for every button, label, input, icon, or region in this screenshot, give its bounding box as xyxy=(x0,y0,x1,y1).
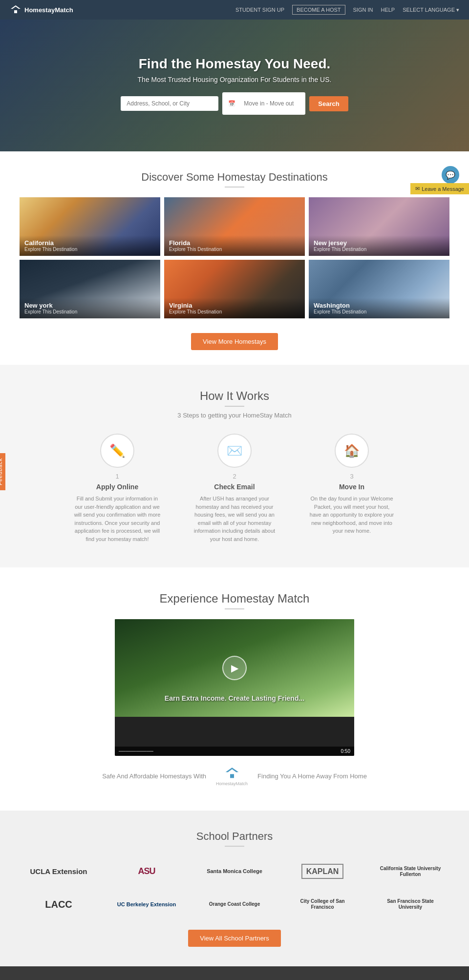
step-2-title: Check Email xyxy=(191,483,278,491)
partner-city-college-text: City College of San Francisco xyxy=(288,898,357,910)
step-3-title: Move In xyxy=(308,483,396,491)
partner-sfsu-text: San Francisco State University xyxy=(376,898,445,910)
how-it-works-title: How It Works xyxy=(20,389,449,403)
date-range-input[interactable] xyxy=(238,96,299,111)
hero-title: Find the Homestay You Need. xyxy=(139,56,331,72)
svg-rect-0 xyxy=(14,10,17,13)
school-partners-title: School Partners xyxy=(20,830,449,843)
partner-sfsu: San Francisco State University xyxy=(371,894,449,915)
partner-lacc-text: LACC xyxy=(45,898,72,910)
destination-name-virginia: Virginia xyxy=(169,302,300,309)
hero-subtitle: The Most Trusted Housing Organization Fo… xyxy=(138,76,332,83)
partner-kaplan: KAPLAN xyxy=(283,859,362,884)
partner-kaplan-text: KAPLAN xyxy=(301,864,344,879)
destination-name-newjersey: New jersey xyxy=(314,239,445,247)
tagline-right-text: Finding You A Home Away From Home xyxy=(257,772,367,780)
search-button[interactable]: Search xyxy=(309,96,348,111)
step-2-description: After USH has arranged your homestay and… xyxy=(191,495,278,543)
footer: HomestayMatch Company About Us Contact H… xyxy=(0,966,469,980)
navbar-logo: HomestayMatch xyxy=(10,4,73,16)
step-2-icon-wrap: ✉️ xyxy=(217,434,252,468)
destinations-divider xyxy=(225,187,244,188)
navbar-logo-text: HomestayMatch xyxy=(24,6,73,14)
video-container: Become a Host Family. Create Lasting Fri… xyxy=(115,619,354,756)
navbar-links: STUDENT SIGN UP BECOME A HOST SIGN IN HE… xyxy=(235,5,459,15)
message-icon: ✉ xyxy=(415,186,420,192)
how-it-works-subtitle: 3 Steps to getting your HomeStay Match xyxy=(20,412,449,419)
destination-explore-newyork: Explore This Destination xyxy=(24,309,155,314)
chat-float-button[interactable]: 💬 xyxy=(442,166,459,184)
partner-city-college: City College of San Francisco xyxy=(283,894,362,915)
svg-rect-1 xyxy=(230,774,234,778)
step-1-number: 1 xyxy=(73,473,161,480)
calendar-icon: 📅 xyxy=(228,100,235,107)
destination-card-virginia[interactable]: Virginia Explore This Destination xyxy=(164,260,305,318)
destination-explore-newjersey: Explore This Destination xyxy=(314,247,445,252)
step-3-icon-wrap: 🏠 xyxy=(335,434,369,468)
school-partners-divider xyxy=(225,846,244,847)
video-inner-text: Earn Extra Income. Create Lasting Friend… xyxy=(115,694,354,702)
language-select[interactable]: SELECT LANGUAGE ▾ xyxy=(403,7,459,13)
video-duration: 0:50 xyxy=(341,749,350,754)
destinations-section: Discover Some Homestay Destinations Cali… xyxy=(0,151,469,365)
sign-in-link[interactable]: SIGN IN xyxy=(353,7,373,13)
partner-asu: ASU xyxy=(107,859,186,884)
partner-santa-monica-text: Santa Monica College xyxy=(207,868,262,875)
destination-card-california[interactable]: California Explore This Destination xyxy=(20,197,160,256)
destination-card-newjersey[interactable]: New jersey Explore This Destination xyxy=(309,197,449,256)
destination-name-california: California xyxy=(24,239,155,247)
feedback-tab[interactable]: Feedback xyxy=(0,453,5,490)
chevron-down-icon: ▾ xyxy=(456,7,459,13)
destinations-grid: California Explore This Destination Flor… xyxy=(20,197,449,318)
apply-online-icon: ✏️ xyxy=(109,443,125,459)
video-play-overlay: ▶ xyxy=(222,656,247,680)
navbar: HomestayMatch STUDENT SIGN UP BECOME A H… xyxy=(0,0,469,20)
destination-name-washington: Washington xyxy=(314,302,445,309)
step-2-number: 2 xyxy=(191,473,278,480)
destination-card-washington[interactable]: Washington Explore This Destination xyxy=(309,260,449,318)
video-bottom-bar: ────────── 0:50 xyxy=(115,747,354,756)
chat-icon: 💬 xyxy=(446,170,455,180)
destination-name-newyork: New york xyxy=(24,302,155,309)
how-it-works-section: How It Works 3 Steps to getting your Hom… xyxy=(0,365,469,567)
play-button[interactable]: ▶ xyxy=(222,656,247,680)
step-1: ✏️ 1 Apply Online Fill and Submit your i… xyxy=(73,434,161,543)
become-host-link[interactable]: BECOME A HOST xyxy=(292,5,345,15)
destination-explore-washington: Explore This Destination xyxy=(314,309,445,314)
move-in-icon: 🏠 xyxy=(344,443,360,459)
experience-title: Experience Homestay Match xyxy=(20,592,449,605)
step-1-icon-wrap: ✏️ xyxy=(100,434,134,468)
video-inner: Earn Extra Income. Create Lasting Friend… xyxy=(115,619,354,717)
steps-container: ✏️ 1 Apply Online Fill and Submit your i… xyxy=(20,434,449,543)
view-all-partners-button[interactable]: View All School Partners xyxy=(188,930,280,947)
leave-message-button[interactable]: ✉ Leave a Message xyxy=(410,183,469,194)
destination-explore-virginia: Explore This Destination xyxy=(169,309,300,314)
destination-overlay-virginia: Virginia Explore This Destination xyxy=(164,298,305,318)
help-link[interactable]: HELP xyxy=(381,7,395,13)
hero-search-bar: 📅 Search xyxy=(121,92,348,115)
date-input-wrapper: 📅 xyxy=(222,92,305,115)
partner-ucla-text: UCLA Extension xyxy=(30,867,87,876)
destination-overlay-florida: Florida Explore This Destination xyxy=(164,235,305,256)
partner-lacc: LACC xyxy=(20,894,98,915)
partner-uc-berkeley-text: UC Berkeley Extension xyxy=(117,901,176,908)
student-signup-link[interactable]: STUDENT SIGN UP xyxy=(235,7,284,13)
partner-orange-coast-text: Orange Coast College xyxy=(209,901,260,907)
partner-santa-monica: Santa Monica College xyxy=(195,859,274,884)
search-input[interactable] xyxy=(121,96,218,111)
destination-card-newyork[interactable]: New york Explore This Destination xyxy=(20,260,160,318)
tagline-logo: HomestayMatch xyxy=(216,766,248,786)
hero-section: Find the Homestay You Need. The Most Tru… xyxy=(0,20,469,151)
destinations-title: Discover Some Homestay Destinations xyxy=(20,171,449,184)
partners-grid: UCLA Extension ASU Santa Monica College … xyxy=(20,859,449,915)
logo-icon xyxy=(10,4,21,16)
partner-uc-berkeley: UC Berkeley Extension xyxy=(107,894,186,915)
school-partners-section: School Partners UCLA Extension ASU Santa… xyxy=(0,811,469,966)
step-1-description: Fill and Submit your information in our … xyxy=(73,495,161,543)
destination-card-florida[interactable]: Florida Explore This Destination xyxy=(164,197,305,256)
tagline-logo-icon xyxy=(224,766,240,781)
experience-section: Experience Homestay Match Become a Host … xyxy=(0,567,469,811)
destination-explore-florida: Explore This Destination xyxy=(169,247,300,252)
view-more-button[interactable]: View More Homestays xyxy=(191,333,278,350)
video-timeline: ────────── xyxy=(119,749,153,754)
